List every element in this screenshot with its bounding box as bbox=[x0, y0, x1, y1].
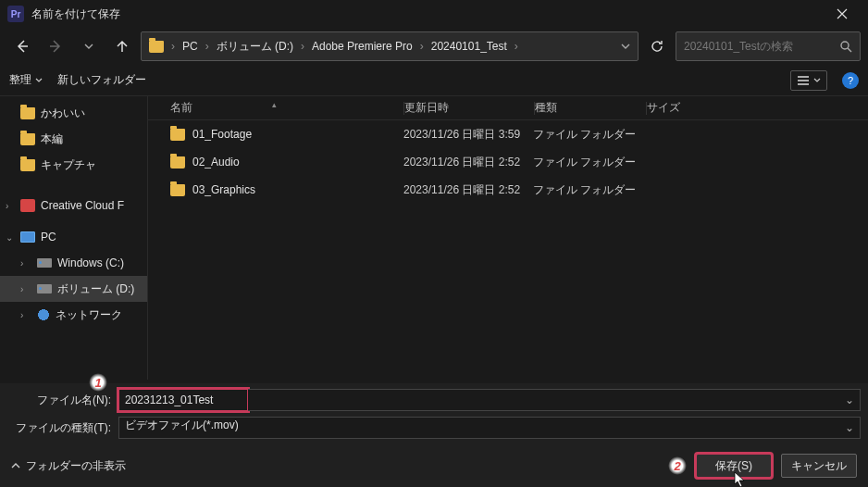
file-type: ファイル フォルダー bbox=[533, 127, 644, 143]
drive-icon bbox=[37, 258, 52, 268]
close-button[interactable] bbox=[824, 0, 861, 28]
file-name: 02_Audio bbox=[192, 156, 240, 169]
folder-tree[interactable]: かわいい 本編 キャプチャ ›Creative Cloud F ⌄PC ›Win… bbox=[0, 96, 148, 380]
file-date: 2023/11/26 日曜日 2:52 bbox=[403, 155, 533, 170]
column-type[interactable]: 種類 bbox=[535, 100, 646, 116]
help-button[interactable]: ? bbox=[842, 72, 859, 89]
arrow-left-icon bbox=[15, 39, 30, 54]
file-name: 03_Graphics bbox=[192, 183, 255, 196]
folder-icon bbox=[20, 159, 35, 171]
chevron-down-icon bbox=[84, 42, 93, 51]
column-label: 種類 bbox=[535, 101, 557, 114]
organize-label: 整理 bbox=[9, 72, 31, 88]
folder-icon bbox=[170, 184, 185, 196]
breadcrumb-project[interactable]: 20240101_Test bbox=[431, 40, 507, 53]
hide-folders-toggle[interactable]: フォルダーの非表示 bbox=[11, 458, 126, 474]
tree-label: Creative Cloud F bbox=[41, 199, 124, 212]
chevron-right-icon: › bbox=[420, 40, 424, 53]
file-type: ファイル フォルダー bbox=[533, 182, 644, 198]
back-button[interactable] bbox=[7, 31, 37, 61]
address-bar[interactable]: › PC › ボリューム (D:) › Adobe Premiere Pro ›… bbox=[141, 31, 639, 61]
cursor-icon bbox=[734, 471, 747, 487]
chevron-down-icon bbox=[813, 77, 821, 84]
file-list[interactable]: 名前▴ 更新日時 種類 サイズ 01_Footage 2023/11/26 日曜… bbox=[148, 96, 868, 380]
filename-input[interactable] bbox=[125, 390, 242, 410]
sort-indicator-icon: ▴ bbox=[272, 100, 277, 109]
tree-item-honpen[interactable]: 本編 bbox=[0, 126, 147, 152]
tree-label: 本編 bbox=[41, 131, 63, 147]
address-dropdown[interactable] bbox=[621, 42, 630, 51]
save-button[interactable]: 保存(S) bbox=[696, 454, 772, 478]
new-folder-label: 新しいフォルダー bbox=[57, 72, 146, 88]
chevron-up-icon bbox=[11, 461, 20, 470]
chevron-right-icon: › bbox=[20, 310, 23, 320]
refresh-icon bbox=[650, 39, 664, 54]
chevron-right-icon: › bbox=[20, 258, 23, 268]
column-date[interactable]: 更新日時 bbox=[404, 100, 534, 116]
arrow-right-icon bbox=[48, 39, 63, 54]
tree-label: Windows (C:) bbox=[57, 256, 124, 269]
new-folder-button[interactable]: 新しいフォルダー bbox=[57, 72, 146, 88]
annotation-badge-2: 2 bbox=[668, 456, 687, 475]
chevron-right-icon: › bbox=[205, 40, 209, 53]
filetype-select[interactable]: ビデオファイル(*.mov) ⌄ bbox=[118, 417, 861, 439]
creative-cloud-icon bbox=[20, 199, 35, 212]
file-row[interactable]: 03_Graphics 2023/11/26 日曜日 2:52 ファイル フォル… bbox=[148, 176, 868, 204]
chevron-right-icon: › bbox=[515, 40, 518, 53]
tree-item-volume-d[interactable]: ›ボリューム (D:) bbox=[0, 276, 147, 302]
chevron-down-icon: ⌄ bbox=[845, 421, 854, 434]
refresh-button[interactable] bbox=[642, 31, 672, 61]
tree-item-kawaii[interactable]: かわいい bbox=[0, 100, 147, 126]
chevron-right-icon: › bbox=[6, 201, 8, 211]
forward-button[interactable] bbox=[41, 31, 70, 61]
column-label: サイズ bbox=[647, 101, 680, 114]
organize-menu[interactable]: 整理 bbox=[9, 72, 43, 88]
tree-label: ネットワーク bbox=[56, 307, 122, 323]
folder-icon bbox=[170, 129, 185, 141]
file-row[interactable]: 02_Audio 2023/11/26 日曜日 2:52 ファイル フォルダー bbox=[148, 148, 868, 176]
chevron-right-icon: › bbox=[20, 284, 23, 294]
tree-item-windows-c[interactable]: ›Windows (C:) bbox=[0, 250, 147, 276]
tree-item-pc[interactable]: ⌄PC bbox=[0, 224, 147, 250]
file-type: ファイル フォルダー bbox=[533, 155, 644, 170]
chevron-down-icon: ⌄ bbox=[845, 393, 854, 406]
breadcrumb-pc[interactable]: PC bbox=[182, 40, 198, 53]
network-icon bbox=[37, 308, 50, 321]
column-size[interactable]: サイズ bbox=[647, 100, 721, 116]
up-button[interactable] bbox=[107, 31, 137, 61]
breadcrumb-premiere[interactable]: Adobe Premiere Pro bbox=[312, 40, 413, 53]
column-name[interactable]: 名前▴ bbox=[170, 100, 403, 116]
tree-item-capture[interactable]: キャプチャ bbox=[0, 152, 147, 178]
chevron-down-icon bbox=[621, 42, 630, 51]
filetype-label: ファイルの種類(T): bbox=[7, 420, 111, 436]
svg-point-0 bbox=[841, 42, 849, 49]
cancel-button[interactable]: キャンセル bbox=[781, 454, 857, 478]
tree-label: キャプチャ bbox=[41, 157, 96, 173]
chevron-down-icon: ⌄ bbox=[6, 232, 13, 243]
folder-icon bbox=[149, 41, 164, 53]
filetype-value: ビデオファイル(*.mov) bbox=[125, 418, 239, 431]
chevron-right-icon: › bbox=[301, 40, 304, 53]
folder-icon bbox=[20, 107, 35, 119]
app-icon: Pr bbox=[7, 6, 24, 22]
tree-item-network[interactable]: ›ネットワーク bbox=[0, 302, 147, 328]
filename-label: ファイル名(N): bbox=[7, 393, 111, 408]
drive-icon bbox=[37, 284, 52, 293]
file-name: 01_Footage bbox=[192, 128, 252, 141]
folder-icon bbox=[20, 133, 35, 145]
chevron-right-icon: › bbox=[171, 40, 175, 53]
breadcrumb-volume-d[interactable]: ボリューム (D:) bbox=[217, 39, 293, 55]
tree-label: PC bbox=[41, 231, 56, 244]
tree-label: かわいい bbox=[41, 106, 85, 121]
search-box[interactable] bbox=[676, 31, 861, 61]
view-mode-button[interactable] bbox=[790, 70, 827, 91]
filename-input-highlight bbox=[118, 389, 248, 411]
file-date: 2023/11/26 日曜日 3:59 bbox=[403, 127, 533, 143]
window-title: 名前を付けて保存 bbox=[31, 6, 824, 22]
recent-dropdown[interactable] bbox=[74, 31, 104, 61]
search-input[interactable] bbox=[684, 40, 839, 53]
tree-item-creative-cloud[interactable]: ›Creative Cloud F bbox=[0, 193, 147, 219]
filename-input-extent[interactable]: ⌄ bbox=[248, 389, 861, 411]
pc-icon bbox=[20, 231, 35, 243]
file-row[interactable]: 01_Footage 2023/11/26 日曜日 3:59 ファイル フォルダ… bbox=[148, 120, 868, 148]
